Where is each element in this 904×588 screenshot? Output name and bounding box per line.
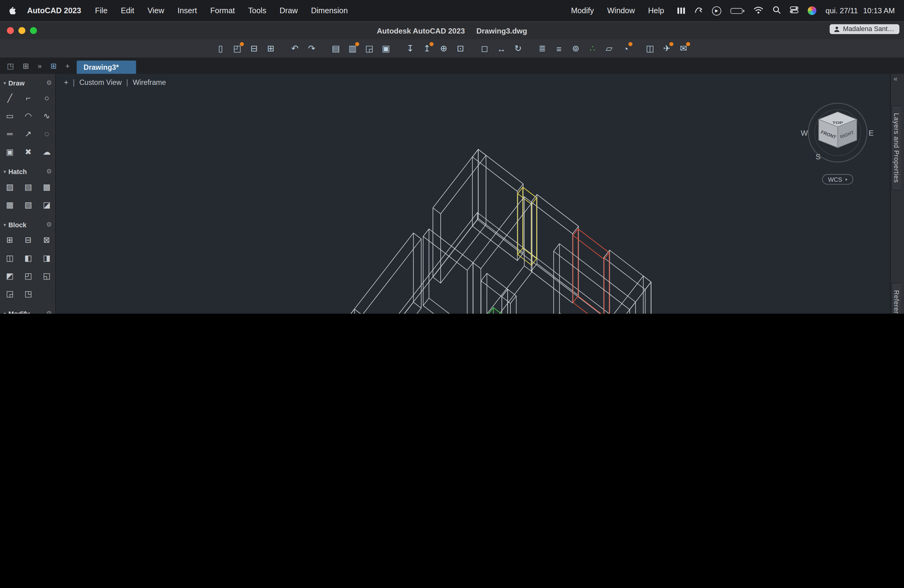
battery-icon[interactable] [730,8,744,14]
palette-header-modify[interactable]: ▾Modify⚙ [0,308,55,314]
viewport-layout-icon[interactable]: ⊞ [23,62,29,70]
pattern-hatch-tool-icon[interactable]: ▤ [21,180,35,193]
viewcube-graphic[interactable]: W E S TOP FRONT RIGHT [795,96,881,169]
import-icon[interactable]: ↧ [403,41,418,55]
gear-icon[interactable]: ⚙ [46,79,52,87]
side-tab-layers-and-properties[interactable]: Layers and Properties [891,106,901,190]
menu-item-window[interactable]: Window [607,6,635,15]
layer-states-icon[interactable]: ≡ [551,41,567,55]
menu-item-format[interactable]: Format [210,6,235,15]
redo-icon[interactable]: ↷ [304,41,319,55]
control-center-icon[interactable] [790,6,798,15]
layer-properties-icon[interactable]: ≣ [534,41,550,55]
annotation-tools-icon[interactable]: ▱ [601,41,617,55]
viewcube[interactable]: W E S TOP FRONT RIGHT WCS ▾ [795,96,881,185]
drawing-file-tab[interactable]: Drawing3* [77,60,136,74]
close-window-button[interactable] [7,27,14,34]
save-icon[interactable]: ⊟ [246,41,262,55]
menu-item-modify[interactable]: Modify [571,6,594,15]
collapse-panel-chevrons[interactable]: « [893,75,898,83]
geometry-wall-interior-right[interactable] [481,273,507,314]
zoom-window-button[interactable] [30,27,37,34]
menu-item-view[interactable]: View [148,6,164,15]
geometry-wall-lower-right[interactable] [514,276,651,314]
sync-attributes-tool-icon[interactable]: ◨ [40,251,54,264]
wifi-icon[interactable] [753,6,763,15]
undo-icon[interactable]: ↶ [287,41,303,55]
menu-item-dimension[interactable]: Dimension [311,6,348,15]
tab-overflow-chevrons[interactable]: » [38,62,42,70]
define-attribute-tool-icon[interactable]: ◧ [21,251,35,264]
siri-icon[interactable] [808,6,816,15]
replace-block-tool-icon[interactable]: ◱ [40,269,54,282]
email-icon[interactable]: ✉ [676,41,692,55]
geometry-wall-upper-right-c[interactable] [604,250,651,314]
zoom-window-icon[interactable]: ◻ [477,41,493,55]
viewport-visual-style-control[interactable]: Wireframe [133,78,166,87]
search-icon[interactable] [773,6,781,16]
geometry-door-frame-red[interactable] [573,229,609,314]
batch-plot-icon[interactable]: ▥ [345,41,360,55]
palette-header-block[interactable]: ▾Block⚙ [0,219,55,230]
point-tool-icon[interactable]: ✖ [21,145,35,158]
crosshatch-tool-icon[interactable]: ▩ [40,180,54,193]
model-space-icon[interactable]: ◳ [7,62,14,70]
menu-item-help[interactable]: Help [648,6,664,15]
new-drawing-icon[interactable]: ▯ [213,41,228,55]
minimize-window-button[interactable] [19,27,25,34]
pan-icon[interactable]: ↔ [493,41,509,55]
arc-tool-icon[interactable]: ◠ [21,109,35,122]
edit-attribute-tool-icon[interactable]: ◩ [3,269,17,282]
menu-item-file[interactable]: File [95,6,107,15]
gradient-tool-icon[interactable]: ▧ [21,198,35,211]
new-tab-grid-icon[interactable]: ⊞ [51,62,57,70]
share-drawing-icon[interactable]: ✈ [659,41,675,55]
ellipse-tool-icon[interactable]: ◌ [40,127,54,140]
create-block-tool-icon[interactable]: ⊟ [21,234,35,246]
insert-block-tool-icon[interactable]: ⊞ [3,234,17,246]
page-setup-icon[interactable]: ▣ [378,41,394,55]
set-base-point-tool-icon[interactable]: ◲ [3,287,17,300]
apple-menu-icon[interactable] [9,6,17,15]
side-tab-reference-manager[interactable]: Reference Manager [891,283,901,314]
boundary-tool-icon[interactable]: ▦ [3,198,17,211]
construction-line-tool-icon[interactable]: ═ [3,127,17,140]
geometry-wall-interior-left[interactable] [423,229,473,314]
plot-icon[interactable]: ▤ [328,41,344,55]
line-tool-icon[interactable]: ╱ [3,92,17,104]
compass-south-label[interactable]: S [816,153,821,161]
ole-object-icon[interactable]: ⊡ [453,41,468,55]
wcs-dropdown[interactable]: WCS ▾ [822,174,853,185]
geometry-wall-upper-right-a[interactable] [472,149,523,261]
write-block-tool-icon[interactable]: ◫ [3,251,17,264]
polyline-tool-icon[interactable]: ⌐ [21,92,35,104]
count-blocks-tool-icon[interactable]: ◳ [21,287,35,300]
viewcube-top-label[interactable]: TOP [832,121,843,125]
measure-tools-icon[interactable]: ◔ [618,41,634,55]
save-as-icon[interactable]: ⊞ [263,41,278,55]
geometry-wall-upper-right-b[interactable] [531,194,578,303]
menubar-app-name[interactable]: AutoCAD 2023 [27,6,81,15]
menu-item-edit[interactable]: Edit [121,6,134,15]
pointer-tool-icon[interactable] [694,6,703,16]
palette-header-hatch[interactable]: ▾Hatch⚙ [0,166,55,177]
ray-tool-icon[interactable]: ↗ [21,127,35,140]
menu-item-tools[interactable]: Tools [248,6,266,15]
point-cloud-icon[interactable]: ∴ [585,41,600,55]
xref-manager-icon[interactable]: ⊚ [568,41,583,55]
region-tool-icon[interactable]: ▣ [3,145,17,158]
sheet-set-manager-icon[interactable]: ◫ [642,41,658,55]
viewport-view-control[interactable]: Custom View [79,78,122,87]
circle-tool-icon[interactable]: ○ [40,92,54,104]
image-attach-tool-icon[interactable]: ◪ [40,198,54,211]
gear-icon[interactable]: ⚙ [46,221,52,228]
geometry-corridor-wall[interactable] [554,243,635,314]
menu-item-draw[interactable]: Draw [280,6,298,15]
gear-icon[interactable]: ⚙ [46,310,52,314]
open-icon[interactable]: ◰ [229,41,245,55]
menu-item-insert[interactable]: Insert [177,6,197,15]
revision-cloud-tool-icon[interactable]: ☁ [40,145,54,158]
hatch-tool-icon[interactable]: ▨ [3,180,17,193]
new-drawing-tab-button[interactable]: + [65,62,70,70]
export-icon[interactable]: ↥ [419,41,435,55]
